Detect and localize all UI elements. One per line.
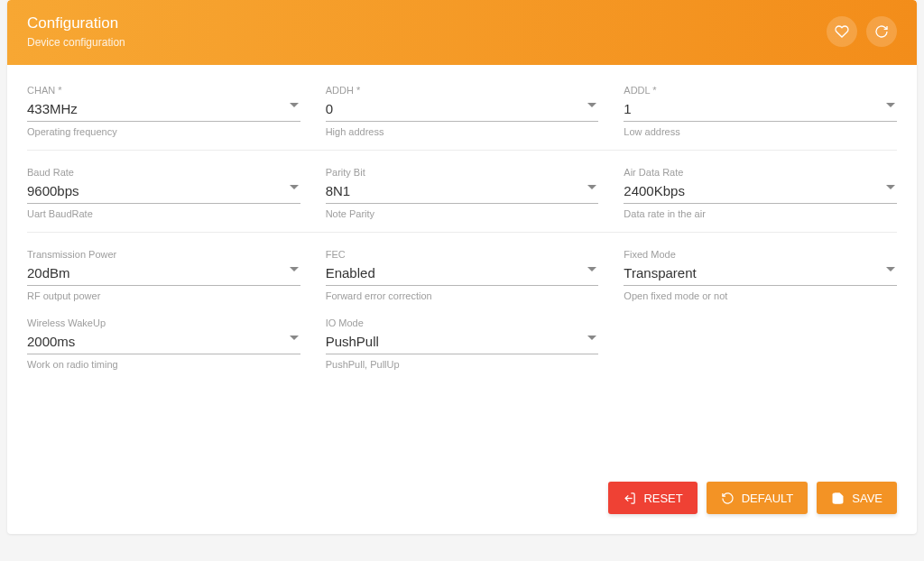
field-wakeup: Wireless WakeUp 2000ms Work on radio tim… [27,317,300,370]
card-header: Configuration Device configuration [7,0,917,65]
divider [27,232,897,233]
select-txpwr[interactable]: 20dBm [27,262,300,286]
footer-actions: RESET DEFAULT SAVE [7,382,917,534]
chevron-down-icon [290,267,299,271]
hint-baud: Uart BaudRate [27,208,300,219]
config-card: Configuration Device configuration CHAN … [7,0,917,534]
divider [27,150,897,151]
hint-addh: High address [326,126,599,137]
save-label: SAVE [852,492,882,505]
hint-parity: Note Parity [326,208,599,219]
chevron-down-icon [886,185,895,189]
reset-label: RESET [643,492,682,505]
chevron-down-icon [290,185,299,189]
hint-txpwr: RF output power [27,290,300,301]
field-air: Air Data Rate 2400Kbps Data rate in the … [624,167,897,219]
field-iomode: IO Mode PushPull PushPull, PullUp [326,317,599,370]
field-txpwr: Transmission Power 20dBm RF output power [27,249,300,301]
header-actions [827,16,897,47]
hint-fixed: Open fixed mode or not [624,290,897,301]
label-baud: Baud Rate [27,167,300,178]
hint-wakeup: Work on radio timing [27,359,300,370]
label-addl: ADDL * [624,85,897,96]
default-label: DEFAULT [742,492,794,505]
field-fec: FEC Enabled Forward error correction [326,249,599,301]
row-1: CHAN * 433MHz Operating frequency ADDH *… [27,85,897,137]
select-addl[interactable]: 1 [624,97,897,122]
page-subtitle: Device configuration [27,36,125,49]
reset-button[interactable]: RESET [608,482,697,514]
select-wakeup[interactable]: 2000ms [27,330,300,354]
rotate-icon [721,492,735,505]
label-iomode: IO Mode [326,317,599,328]
select-iomode[interactable]: PushPull [326,330,599,354]
exit-icon [623,492,636,505]
row-2: Baud Rate 9600bps Uart BaudRate Parity B… [27,167,897,219]
field-addl: ADDL * 1 Low address [624,85,897,137]
hint-iomode: PushPull, PullUp [326,359,599,370]
label-fec: FEC [326,249,599,260]
label-chan: CHAN * [27,85,300,96]
select-addh[interactable]: 0 [326,97,599,122]
favorite-button[interactable] [827,16,857,47]
row-4: Wireless WakeUp 2000ms Work on radio tim… [27,317,897,370]
select-parity[interactable]: 8N1 [326,179,599,204]
chevron-down-icon [587,103,596,107]
field-chan: CHAN * 433MHz Operating frequency [27,85,300,137]
hint-fec: Forward error correction [326,290,599,301]
select-baud[interactable]: 9600bps [27,179,300,204]
chevron-down-icon [290,103,299,107]
default-button[interactable]: DEFAULT [707,482,808,514]
chevron-down-icon [587,267,596,271]
select-air[interactable]: 2400Kbps [624,179,897,204]
field-baud: Baud Rate 9600bps Uart BaudRate [27,167,300,219]
select-fixed[interactable]: Transparent [624,262,897,286]
field-addh: ADDH * 0 High address [326,85,599,137]
chevron-down-icon [886,267,895,271]
refresh-icon [874,24,889,39]
header-text: Configuration Device configuration [27,14,125,49]
svg-rect-1 [836,499,841,503]
chevron-down-icon [290,336,299,340]
page-title: Configuration [27,14,125,32]
svg-rect-0 [836,492,840,495]
label-parity: Parity Bit [326,167,599,178]
label-wakeup: Wireless WakeUp [27,317,300,328]
chevron-down-icon [886,103,895,107]
field-parity: Parity Bit 8N1 Note Parity [326,167,599,219]
field-fixed: Fixed Mode Transparent Open fixed mode o… [624,249,897,301]
heart-icon [835,24,849,39]
select-fec[interactable]: Enabled [326,262,599,286]
hint-addl: Low address [624,126,897,137]
hint-chan: Operating frequency [27,126,300,137]
chevron-down-icon [587,336,596,340]
save-icon [831,492,845,505]
refresh-button[interactable] [866,16,897,47]
save-button[interactable]: SAVE [817,482,897,514]
label-addh: ADDH * [326,85,599,96]
row-3: Transmission Power 20dBm RF output power… [27,249,897,301]
label-air: Air Data Rate [624,167,897,178]
chevron-down-icon [587,185,596,189]
hint-air: Data rate in the air [624,208,897,219]
label-fixed: Fixed Mode [624,249,897,260]
form-area: CHAN * 433MHz Operating frequency ADDH *… [7,65,917,382]
select-chan[interactable]: 433MHz [27,97,300,122]
label-txpwr: Transmission Power [27,249,300,260]
